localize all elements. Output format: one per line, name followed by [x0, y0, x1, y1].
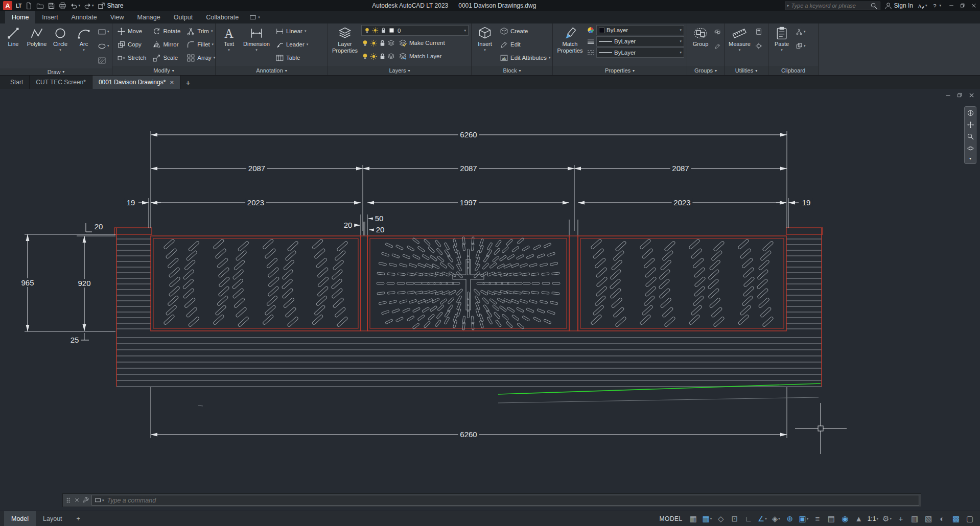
- pan-icon[interactable]: [967, 121, 974, 129]
- ungroup-button[interactable]: [713, 25, 722, 38]
- file-tab-cut-tec-screen[interactable]: CUT TEC Screen*: [30, 76, 92, 89]
- move-button[interactable]: Move: [115, 25, 148, 37]
- object-color-icon[interactable]: [587, 26, 595, 34]
- model-space-toggle[interactable]: MODEL: [660, 515, 683, 522]
- layer-select-caret-icon[interactable]: ▾: [464, 29, 466, 33]
- group-button[interactable]: Group: [690, 25, 711, 49]
- quick-properties-icon[interactable]: ▧: [922, 513, 935, 525]
- selection-cycling-icon[interactable]: ▤: [825, 513, 837, 525]
- isolate-objects-icon[interactable]: ◐: [936, 513, 948, 525]
- workspace-switching-icon[interactable]: ⚙▾: [881, 513, 893, 525]
- dimension-button[interactable]: Dimension▾: [242, 25, 271, 53]
- layer-lock-tool-icon[interactable]: [379, 39, 386, 47]
- utilities-panel-label[interactable]: Utilities▾: [725, 66, 768, 75]
- search-icon[interactable]: [870, 2, 878, 10]
- layer-lock-icon[interactable]: [380, 27, 387, 34]
- command-prompt-icon[interactable]: ▾: [95, 497, 104, 504]
- model-tab[interactable]: Model: [4, 511, 36, 526]
- circle-button[interactable]: Circle▾: [50, 25, 71, 53]
- new-drawing-icon[interactable]: [25, 2, 33, 10]
- layers-panel-label[interactable]: Layers▾: [328, 66, 471, 75]
- close-window-icon[interactable]: [971, 3, 977, 9]
- quick-calculator-button[interactable]: [754, 25, 763, 38]
- linetype-select[interactable]: ByLayer▾: [596, 47, 684, 58]
- tab-output[interactable]: Output: [167, 11, 200, 23]
- arc-button[interactable]: Arc▾: [73, 25, 95, 53]
- tab-manage[interactable]: Manage: [131, 11, 167, 23]
- group-edit-button[interactable]: [713, 39, 722, 53]
- orbit-icon[interactable]: [967, 145, 974, 152]
- annotation-panel-label[interactable]: Annotation▾: [216, 66, 328, 75]
- restore-drawing-icon[interactable]: [956, 92, 963, 99]
- linear-dimension-button[interactable]: Linear▾: [273, 25, 310, 37]
- annotation-monitor-icon[interactable]: +: [895, 513, 907, 525]
- block-panel-label[interactable]: Block▾: [472, 66, 552, 75]
- infer-constraints-icon[interactable]: ◇: [715, 513, 727, 525]
- layer-color-swatch[interactable]: [388, 27, 395, 34]
- annotation-scale-button[interactable]: 1:1▾: [867, 513, 879, 525]
- id-point-button[interactable]: [754, 39, 763, 53]
- navbar-more-icon[interactable]: ▾: [969, 156, 971, 161]
- command-grip-icon[interactable]: [64, 496, 72, 504]
- open-drawing-icon[interactable]: [36, 2, 44, 10]
- measure-button[interactable]: Measure▾: [727, 25, 752, 53]
- properties-panel-label[interactable]: Properties▾: [553, 66, 687, 75]
- array-button[interactable]: Array▾: [184, 52, 217, 64]
- polyline-button[interactable]: Polyline: [26, 25, 48, 49]
- sign-in-button[interactable]: Sign In: [884, 2, 913, 10]
- layer-on-icon[interactable]: [361, 53, 369, 60]
- autodesk-app-store-button[interactable]: ▾: [917, 2, 927, 10]
- leader-button[interactable]: Leader▾: [273, 38, 310, 51]
- share-button[interactable]: Share: [98, 2, 124, 10]
- minimize-drawing-icon[interactable]: [945, 92, 951, 99]
- search-flyout-icon[interactable]: ▸: [787, 4, 789, 8]
- tab-annotate[interactable]: Annotate: [65, 11, 104, 23]
- draw-panel-label[interactable]: Draw▾: [0, 68, 112, 75]
- lineweight-icon[interactable]: ≡: [811, 513, 824, 525]
- tab-collaborate[interactable]: Collaborate: [199, 11, 245, 23]
- line-button[interactable]: Line: [3, 25, 24, 49]
- layer-on-off-icon[interactable]: [364, 27, 370, 34]
- layer-walk-icon[interactable]: [387, 39, 395, 47]
- layout-tab[interactable]: Layout: [36, 511, 69, 526]
- layer-select[interactable]: 0 ▾: [361, 25, 469, 36]
- command-customize-icon[interactable]: [82, 496, 89, 504]
- lineweight-select[interactable]: ByLayer▾: [596, 36, 684, 46]
- save-icon[interactable]: [48, 2, 55, 10]
- layer-freeze-icon[interactable]: [372, 27, 379, 34]
- restore-window-icon[interactable]: [960, 3, 966, 9]
- fillet-button[interactable]: Fillet▾: [184, 38, 217, 51]
- layer-off-icon[interactable]: [361, 39, 369, 47]
- redo-caret-icon[interactable]: ▾: [92, 4, 94, 8]
- tab-view[interactable]: View: [104, 11, 131, 23]
- ortho-mode-icon[interactable]: ∟: [742, 513, 755, 525]
- copy-clip-button[interactable]: ▾: [795, 39, 807, 53]
- stretch-button[interactable]: Stretch: [115, 52, 148, 64]
- undo-caret-icon[interactable]: ▾: [78, 4, 80, 8]
- cad-drawing[interactable]: 6260208720872087202319972023191996592020…: [0, 89, 980, 511]
- new-drawing-tab-button[interactable]: +: [181, 76, 196, 89]
- insert-block-button[interactable]: Insert▾: [474, 25, 496, 53]
- match-properties-button[interactable]: Match Properties: [555, 25, 585, 55]
- file-tab-davison-drawings[interactable]: 0001 Davison Drawings*✕: [92, 76, 181, 89]
- lineweight-list-icon[interactable]: [587, 37, 595, 45]
- new-layout-button[interactable]: +: [69, 511, 87, 526]
- layer-previous-icon[interactable]: [387, 53, 395, 60]
- polar-tracking-icon[interactable]: ∠▾: [756, 513, 768, 525]
- groups-panel-label[interactable]: Groups▾: [687, 66, 724, 75]
- object-snap-tracking-icon[interactable]: ⊕: [784, 513, 796, 525]
- ribbon-display-toggle[interactable]: ▾: [249, 11, 260, 23]
- make-current-button[interactable]: Make Current: [396, 37, 447, 49]
- file-tab-start[interactable]: Start: [4, 76, 30, 89]
- text-button[interactable]: Text▾: [218, 25, 240, 53]
- create-block-button[interactable]: Create: [498, 25, 552, 37]
- drawing-canvas[interactable]: 6260208720872087202319972023191996592020…: [0, 89, 980, 511]
- layer-thaw-icon[interactable]: [370, 53, 378, 60]
- dynamic-input-icon[interactable]: ⊡: [729, 513, 741, 525]
- match-layer-button[interactable]: Match Layer: [396, 50, 444, 62]
- rectangle-tool-button[interactable]: ▾: [97, 25, 110, 38]
- plot-icon[interactable]: [59, 2, 66, 10]
- mirror-button[interactable]: Mirror: [150, 38, 182, 51]
- command-input[interactable]: [107, 497, 916, 504]
- close-tab-icon[interactable]: ✕: [170, 80, 174, 85]
